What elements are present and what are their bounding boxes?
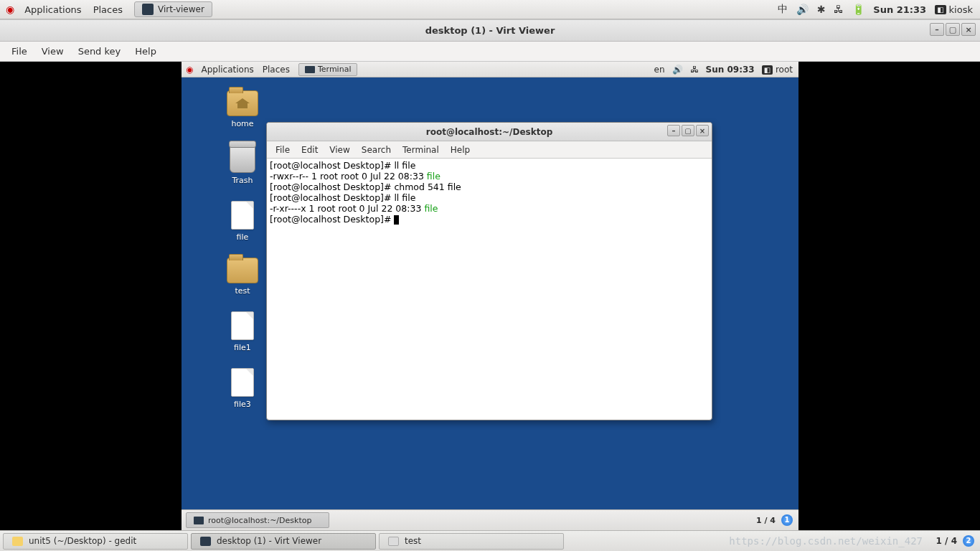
host-user-label: kiosk (949, 4, 973, 15)
user-badge-icon: ◧ (935, 5, 946, 14)
virt-viewer-menubar: File View Send key Help (0, 42, 980, 62)
guest-desktop: ◉ Applications Places Terminal en 🔊 🖧 Su… (182, 62, 798, 530)
vv-menu-sendkey[interactable]: Send key (71, 46, 128, 57)
term-menu-edit[interactable]: Edit (296, 145, 324, 155)
terminal-menubar: File Edit View Search Terminal Help (267, 141, 712, 159)
host-menu-places[interactable]: Places (88, 4, 128, 15)
trash-icon (230, 144, 255, 173)
host-user-menu[interactable]: ◧ kiosk (935, 4, 973, 15)
host-task-gedit[interactable]: unit5 (~/Desktop) - gedit (3, 533, 188, 550)
volume-icon[interactable]: 🔊 (796, 4, 809, 15)
virtviewer-icon (142, 4, 154, 15)
desktop-icon-file3[interactable]: file3 (217, 368, 268, 409)
vv-minimize-button[interactable]: – (930, 23, 944, 36)
guest-desktop-icons: home Trash file test file1 (217, 90, 268, 409)
icon-label: test (235, 286, 250, 296)
ime-indicator[interactable]: 中 (778, 3, 788, 16)
vv-maximize-button[interactable]: ▢ (946, 23, 960, 36)
bluetooth-icon[interactable]: ✱ (817, 4, 826, 15)
file-icon (231, 201, 254, 230)
terminal-cursor (394, 215, 399, 225)
term-menu-view[interactable]: View (324, 145, 355, 155)
host-app-tab-label: Virt-viewer (158, 4, 204, 14)
guest-user-menu[interactable]: ◧ root (762, 65, 793, 75)
battery-icon[interactable]: 🔋 (852, 4, 864, 15)
host-menu-applications[interactable]: Applications (19, 4, 87, 15)
term-line: -rwxr--r-- 1 root root 0 Jul 22 08:33 fi… (270, 171, 440, 182)
virtviewer-icon (200, 537, 211, 546)
term-maximize-button[interactable]: ▢ (682, 125, 694, 136)
icon-label: file1 (234, 343, 251, 352)
icon-label: Trash (232, 176, 253, 185)
guest-menu-applications[interactable]: Applications (197, 65, 258, 75)
terminal-body[interactable]: [root@localhost Desktop]# ll file -rwxr-… (267, 159, 712, 226)
term-menu-search[interactable]: Search (356, 145, 397, 155)
host-task-test[interactable]: test (379, 533, 564, 550)
desktop-icon-home[interactable]: home (217, 90, 268, 128)
term-line: [root@localhost Desktop]# (270, 214, 399, 225)
host-bottom-taskbar: unit5 (~/Desktop) - gedit desktop (1) - … (0, 530, 980, 551)
term-close-button[interactable]: × (696, 125, 709, 136)
guest-top-panel: ◉ Applications Places Terminal en 🔊 🖧 Su… (182, 62, 798, 77)
guest-volume-icon[interactable]: 🔊 (672, 65, 683, 75)
redhat-icon: ◉ (6, 4, 14, 15)
virt-viewer-title-text: desktop (1) - Virt Viewer (425, 25, 555, 36)
file-icon (231, 368, 254, 397)
guest-task-label: root@localhost:~/Desktop (208, 516, 311, 525)
terminal-title-text: root@localhost:~/Desktop (426, 127, 553, 137)
guest-user-label: root (776, 65, 793, 75)
host-task-label: unit5 (~/Desktop) - gedit (29, 536, 136, 546)
host-task-label: desktop (1) - Virt Viewer (217, 536, 321, 546)
network-icon[interactable]: 🖧 (834, 4, 844, 15)
vv-menu-file[interactable]: File (4, 46, 34, 57)
guest-network-icon[interactable]: 🖧 (690, 65, 699, 75)
terminal-icon (305, 66, 315, 73)
guest-app-tab-label: Terminal (318, 65, 352, 74)
term-line: [root@localhost Desktop]# ll file (270, 160, 415, 171)
file-icon (231, 311, 254, 340)
guest-workspace-indicator[interactable]: 1 (781, 514, 793, 526)
host-pager[interactable]: 1 / 4 (936, 536, 957, 546)
host-clock[interactable]: Sun 21:33 (873, 4, 926, 15)
icon-label: file (237, 232, 249, 242)
virt-viewer-window: desktop (1) - Virt Viewer – ▢ × File Vie… (0, 19, 980, 530)
guest-menu-places[interactable]: Places (258, 65, 294, 75)
guest-pager[interactable]: 1 / 4 (756, 516, 776, 525)
guest-redhat-icon: ◉ (186, 65, 193, 75)
icon-label: home (231, 119, 253, 128)
term-menu-help[interactable]: Help (445, 145, 476, 155)
term-minimize-button[interactable]: – (667, 125, 680, 136)
home-folder-icon (227, 90, 258, 116)
term-menu-terminal[interactable]: Terminal (397, 145, 445, 155)
virt-viewer-content: ◉ Applications Places Terminal en 🔊 🖧 Su… (0, 62, 980, 530)
guest-app-tab-terminal[interactable]: Terminal (298, 63, 358, 76)
guest-task-terminal[interactable]: root@localhost:~/Desktop (186, 512, 329, 528)
host-workspace-indicator[interactable]: 2 (963, 535, 974, 547)
desktop-icon-test[interactable]: test (217, 258, 268, 296)
vv-menu-help[interactable]: Help (128, 46, 164, 57)
term-line: -r-xr----x 1 root root 0 Jul 22 08:33 fi… (270, 203, 438, 214)
host-task-label: test (405, 536, 421, 546)
document-icon (388, 537, 399, 546)
host-task-virtviewer[interactable]: desktop (1) - Virt Viewer (191, 533, 376, 550)
desktop-icon-trash[interactable]: Trash (217, 144, 268, 185)
guest-clock[interactable]: Sun 09:33 (706, 65, 755, 75)
guest-bottom-taskbar: root@localhost:~/Desktop 1 / 4 1 (182, 509, 798, 530)
guest-lang-indicator[interactable]: en (654, 65, 665, 75)
terminal-window: root@localhost:~/Desktop – ▢ × File Edit… (266, 122, 712, 420)
icon-label: file3 (234, 400, 251, 409)
terminal-titlebar[interactable]: root@localhost:~/Desktop – ▢ × (267, 123, 712, 141)
term-line: [root@localhost Desktop]# chmod 541 file (270, 182, 461, 192)
term-line: [root@localhost Desktop]# ll file (270, 192, 415, 203)
terminal-icon (194, 517, 204, 524)
term-menu-file[interactable]: File (270, 145, 296, 155)
desktop-icon-file[interactable]: file (217, 201, 268, 242)
virt-viewer-titlebar[interactable]: desktop (1) - Virt Viewer – ▢ × (0, 20, 980, 42)
vv-close-button[interactable]: × (961, 23, 976, 36)
host-app-tab-virtviewer[interactable]: Virt-viewer (134, 1, 212, 17)
gedit-icon (12, 537, 23, 546)
vv-menu-view[interactable]: View (34, 46, 71, 57)
folder-icon (227, 258, 258, 283)
host-top-panel: ◉ Applications Places Virt-viewer 中 🔊 ✱ … (0, 0, 980, 19)
desktop-icon-file1[interactable]: file1 (217, 311, 268, 352)
